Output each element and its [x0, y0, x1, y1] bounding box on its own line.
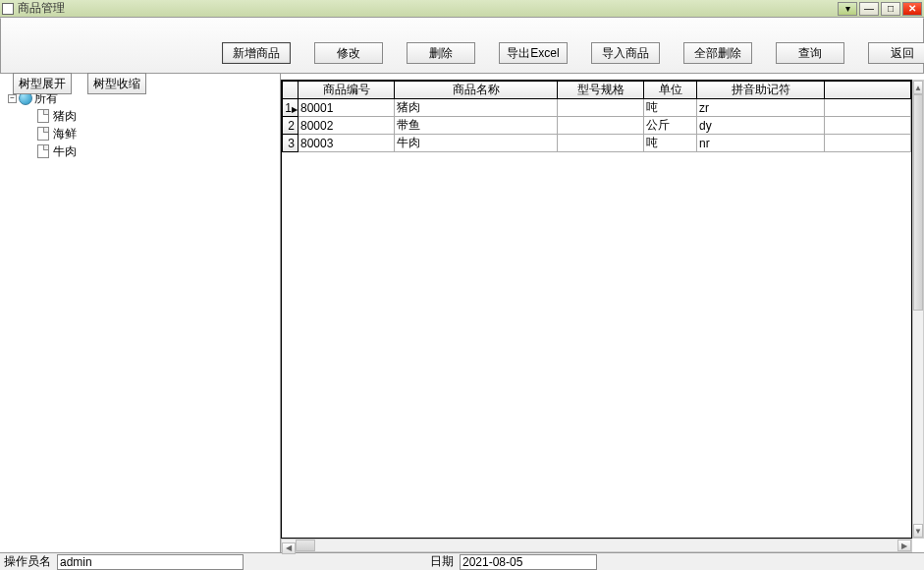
tree-expand-button[interactable]: 树型展开 — [13, 73, 72, 94]
cell-spec[interactable] — [558, 117, 644, 135]
col-header-code[interactable]: 商品编号 — [299, 82, 395, 99]
cell-code[interactable]: 80003 — [299, 135, 395, 152]
date-value: 2021-08-05 — [462, 555, 522, 569]
cell-code[interactable]: 80001 — [299, 99, 395, 117]
tree-child-label: 海鲜 — [53, 126, 77, 142]
content-area: − 所有 猪肉 海鲜 牛肉 商品编号 商品名称 — [0, 74, 924, 552]
cell-name[interactable]: 猪肉 — [395, 99, 558, 117]
grid-panel: 商品编号 商品名称 型号规格 单位 拼音助记符 1▶80001猪肉吨zr2800… — [281, 74, 924, 552]
statusbar: 操作员名 admin 日期 2021-08-05 — [0, 552, 924, 570]
tree-collapse-button[interactable]: 树型收缩 — [87, 73, 146, 94]
cell-spec[interactable] — [558, 135, 644, 152]
window-controls: ▾ — □ ✕ — [838, 2, 922, 16]
row-number-header — [283, 82, 299, 99]
import-product-button[interactable]: 导入商品 — [591, 42, 660, 64]
query-button[interactable]: 查询 — [776, 42, 844, 64]
scroll-right-icon[interactable]: ▶ — [897, 540, 911, 551]
date-label: 日期 — [428, 553, 456, 570]
tree-panel: − 所有 猪肉 海鲜 牛肉 — [0, 74, 281, 552]
col-header-extra — [825, 82, 911, 99]
col-header-unit[interactable]: 单位 — [644, 82, 697, 99]
cell-name[interactable]: 带鱼 — [395, 117, 558, 135]
titlebar: 商品管理 ▾ — □ ✕ — [0, 0, 924, 18]
close-button[interactable]: ✕ — [902, 2, 922, 16]
toolbar: 新增商品 修改 删除 导出Excel 导入商品 全部删除 查询 返回 树型展开 … — [0, 18, 924, 74]
table-row[interactable]: 380003牛肉吨nr — [283, 135, 911, 152]
table-header-row: 商品编号 商品名称 型号规格 单位 拼音助记符 — [283, 82, 911, 99]
add-product-button[interactable]: 新增商品 — [222, 42, 291, 64]
col-header-name[interactable]: 商品名称 — [395, 82, 558, 99]
cell-pinyin[interactable]: dy — [697, 117, 825, 135]
row-number: 1▶ — [283, 99, 299, 117]
back-button[interactable]: 返回 — [868, 42, 924, 64]
cell-extra[interactable] — [825, 135, 911, 152]
maximize-button[interactable]: □ — [881, 2, 900, 16]
row-number: 2 — [283, 117, 299, 135]
table-row[interactable]: 280002带鱼公斤dy — [283, 117, 911, 135]
tree-child-node[interactable]: 牛肉 — [4, 142, 280, 160]
cell-extra[interactable] — [825, 117, 911, 135]
cell-spec[interactable] — [558, 99, 644, 117]
tree-child-label: 猪肉 — [53, 108, 77, 125]
vertical-scrollbar[interactable]: ▲ ▼ — [912, 80, 924, 539]
scroll-left-icon[interactable]: ◀ — [282, 542, 296, 554]
tree-child-node[interactable]: 海鲜 — [4, 125, 280, 142]
cell-unit[interactable]: 吨 — [644, 99, 697, 117]
table-row[interactable]: 1▶80001猪肉吨zr — [283, 99, 911, 117]
document-icon — [37, 109, 49, 123]
tree-child-label: 牛肉 — [53, 143, 77, 160]
minimize-button[interactable]: — — [859, 2, 879, 16]
operator-field: admin — [57, 554, 244, 570]
document-icon — [37, 144, 49, 158]
scroll-up-icon[interactable]: ▲ — [913, 81, 923, 94]
date-field: 2021-08-05 — [460, 554, 597, 570]
scroll-thumb[interactable] — [913, 94, 923, 311]
cell-extra[interactable] — [825, 99, 911, 117]
cell-name[interactable]: 牛肉 — [395, 135, 558, 152]
horizontal-scrollbar[interactable]: ◀ ▶ — [281, 539, 912, 552]
row-number: 3 — [283, 135, 299, 152]
document-icon — [37, 127, 49, 141]
cell-unit[interactable]: 公斤 — [644, 117, 697, 135]
cell-pinyin[interactable]: zr — [697, 99, 825, 117]
cell-pinyin[interactable]: nr — [697, 135, 825, 152]
cell-unit[interactable]: 吨 — [644, 135, 697, 152]
window-title: 商品管理 — [18, 0, 838, 17]
grid-wrap: 商品编号 商品名称 型号规格 单位 拼音助记符 1▶80001猪肉吨zr2800… — [281, 80, 912, 539]
col-header-spec[interactable]: 型号规格 — [558, 82, 644, 99]
app-icon — [2, 3, 14, 15]
col-header-pinyin[interactable]: 拼音助记符 — [697, 82, 825, 99]
tree-toggle-icon[interactable]: − — [8, 94, 17, 103]
edit-button[interactable]: 修改 — [314, 42, 383, 64]
product-table: 商品编号 商品名称 型号规格 单位 拼音助记符 1▶80001猪肉吨zr2800… — [282, 81, 911, 152]
export-excel-button[interactable]: 导出Excel — [499, 42, 568, 64]
delete-button[interactable]: 删除 — [407, 42, 475, 64]
operator-value: admin — [60, 555, 92, 569]
minimize-aux-button[interactable]: ▾ — [838, 2, 857, 16]
scroll-thumb-h[interactable] — [296, 540, 315, 551]
operator-label: 操作员名 — [2, 553, 53, 570]
cell-code[interactable]: 80002 — [299, 117, 395, 135]
scroll-down-icon[interactable]: ▼ — [913, 524, 923, 538]
delete-all-button[interactable]: 全部删除 — [683, 42, 752, 64]
tree-child-node[interactable]: 猪肉 — [4, 107, 280, 125]
